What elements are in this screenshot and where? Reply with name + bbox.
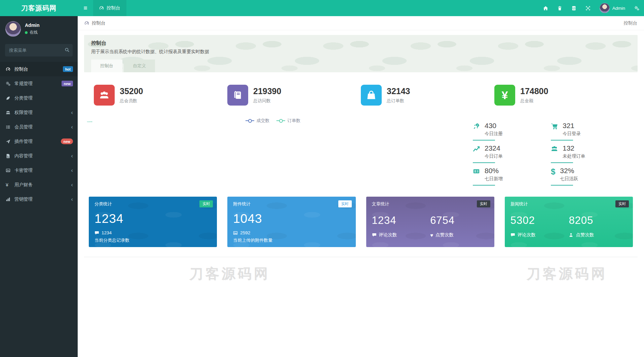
sidebar-item-插件管理[interactable]: 插件管理 new bbox=[0, 134, 78, 149]
rocket-icon bbox=[473, 123, 480, 130]
top-bar: 刀客源码网 ≡ 控制台 Admin bbox=[0, 0, 644, 16]
summary-card-分类统计: 分类统计 实时 1234 1234 当前分类总记录数 bbox=[89, 197, 217, 247]
mini-stat-七日新增: 80% 七日新增 bbox=[473, 167, 539, 186]
trash-icon[interactable] bbox=[557, 6, 562, 11]
person-icon bbox=[569, 233, 573, 237]
sidebar-item-控制台[interactable]: 控制台 hot bbox=[0, 62, 78, 76]
mini-stat-value: 132 bbox=[563, 144, 585, 152]
stat-总订单数: 32143 总订单数 bbox=[361, 85, 494, 106]
image-icon bbox=[233, 231, 238, 235]
file-image-icon bbox=[6, 154, 14, 158]
sidebar-item-权限管理[interactable]: 权限管理 ‹ bbox=[0, 105, 78, 120]
legend-item-订单数[interactable]: 订单数 bbox=[276, 118, 301, 124]
watermark-row: 刀客源码网 刀客源码网 bbox=[84, 265, 638, 283]
breadcrumb[interactable]: 控制台 bbox=[84, 20, 106, 26]
hero-tab-自定义[interactable]: 自定义 bbox=[124, 60, 155, 72]
settings-gears-icon[interactable] bbox=[634, 6, 639, 11]
sidebar-item-label: 分类管理 bbox=[14, 95, 73, 101]
card-pair: 5302 评论次数 bbox=[510, 214, 569, 238]
mini-stat-今日订单: 2324 今日订单 bbox=[473, 144, 539, 163]
gauge-icon bbox=[99, 6, 104, 10]
sidebar-user-name: Admin bbox=[25, 23, 40, 28]
menu-badge: hot bbox=[63, 66, 73, 72]
card-pair: 6754 ♥ 点赞次数 bbox=[430, 214, 489, 238]
yen-icon: ¥ bbox=[494, 85, 515, 106]
mini-stat-value: 321 bbox=[563, 122, 581, 130]
page-header-panel: 控制台 用于展示当前系统中的统计数据、统计报表及重要实时数据 控制台 自定义 bbox=[84, 35, 638, 72]
home-icon[interactable] bbox=[543, 6, 548, 11]
chevron-left-icon: ‹ bbox=[71, 153, 73, 159]
fullscreen-icon[interactable] bbox=[585, 6, 591, 11]
sidebar-menu: 控制台 hot 常规管理 new 分类管理 权限管理 ‹ 会员管理 ‹ 插件管理… bbox=[0, 62, 78, 206]
mini-stat-underline bbox=[551, 185, 573, 186]
avatar[interactable] bbox=[5, 21, 21, 37]
sidebar-item-营销管理[interactable]: 营销管理 ‹ bbox=[0, 192, 78, 206]
summary-card-新闻统计: 新闻统计 实时 5302 评论次数 8205 点赞次数 bbox=[505, 197, 633, 247]
summary-card-文章统计: 文章统计 实时 1234 评论次数 6754 ♥ 点赞次数 bbox=[366, 197, 494, 247]
sidebar-toggle-icon[interactable]: ≡ bbox=[78, 0, 93, 16]
dollar-icon: $ bbox=[551, 168, 555, 176]
hero-tabs: 控制台 自定义 bbox=[91, 60, 631, 72]
legend-marker-icon bbox=[276, 119, 285, 123]
sidebar: Admin 在线 控制台 hot 常规管理 new 分类管理 权限管理 ‹ bbox=[0, 16, 78, 357]
hero-tab-控制台[interactable]: 控制台 bbox=[91, 60, 122, 72]
mini-stat-underline bbox=[473, 185, 495, 186]
orders-area-chart: 成交数 订单数 03-292023-03-3111:52:2911:52:331… bbox=[87, 119, 459, 186]
cogs-icon bbox=[6, 81, 14, 86]
card-pair-value: 8205 bbox=[569, 214, 627, 227]
shopping-bag-icon bbox=[361, 85, 382, 106]
sidebar-item-常规管理[interactable]: 常规管理 new bbox=[0, 76, 78, 91]
stat-value: 219390 bbox=[253, 86, 281, 96]
search-icon[interactable] bbox=[65, 47, 70, 52]
comment-icon bbox=[372, 233, 377, 237]
sidebar-item-会员管理[interactable]: 会员管理 ‹ bbox=[0, 120, 78, 134]
card-pair-label: 评论次数 bbox=[379, 232, 397, 238]
breadcrumb-right: 控制台 bbox=[624, 20, 638, 26]
sidebar-item-内容管理[interactable]: 内容管理 ‹ bbox=[0, 149, 78, 163]
sidebar-item-label: 权限管理 bbox=[14, 110, 71, 116]
realtime-badge: 实时 bbox=[199, 200, 213, 207]
app-logo: 刀客源码网 bbox=[0, 0, 78, 16]
card-description: 当前分类总记录数 bbox=[94, 237, 211, 243]
mini-stat-label: 七日活跃 bbox=[560, 176, 578, 182]
user-menu[interactable]: Admin bbox=[600, 3, 625, 13]
mini-stat-七日活跃: $ 32% 七日活跃 bbox=[551, 167, 617, 186]
sidebar-item-分类管理[interactable]: 分类管理 bbox=[0, 91, 78, 105]
chevron-left-icon: ‹ bbox=[71, 196, 73, 202]
mini-stat-今日注册: 430 今日注册 bbox=[473, 122, 539, 141]
search-input[interactable] bbox=[5, 44, 73, 56]
users-group-icon bbox=[94, 85, 115, 106]
sidebar-item-卡密管理[interactable]: 卡密管理 ‹ bbox=[0, 163, 78, 177]
card-pair-value: 1234 bbox=[372, 214, 430, 227]
mini-stat-label: 今日订单 bbox=[485, 153, 503, 159]
mini-stat-value: 80% bbox=[485, 167, 503, 175]
chevron-left-icon: ‹ bbox=[71, 110, 73, 115]
newspaper-icon bbox=[473, 168, 480, 175]
clear-cache-icon[interactable] bbox=[571, 6, 576, 11]
mini-stat-value: 430 bbox=[485, 122, 503, 130]
comment-icon bbox=[94, 231, 99, 235]
mini-stat-label: 七日新增 bbox=[485, 176, 503, 182]
sidebar-item-label: 用户财务 bbox=[14, 182, 71, 188]
mini-stat-value: 2324 bbox=[485, 144, 503, 152]
leaf-icon bbox=[6, 96, 14, 101]
card-big-value: 1234 bbox=[94, 212, 211, 226]
image-icon bbox=[6, 168, 14, 173]
sidebar-item-用户财务[interactable]: ¥ 用户财务 ‹ bbox=[0, 177, 78, 192]
users-group-icon bbox=[6, 110, 14, 115]
chart-bars-icon bbox=[6, 197, 14, 202]
sidebar-item-label: 卡密管理 bbox=[14, 167, 71, 173]
topnav-tab-dashboard[interactable]: 控制台 bbox=[93, 0, 126, 16]
sidebar-item-label: 控制台 bbox=[14, 66, 63, 72]
legend-item-成交数[interactable]: 成交数 bbox=[245, 118, 270, 124]
realtime-badge: 实时 bbox=[477, 200, 490, 207]
mini-stat-underline bbox=[473, 162, 495, 163]
stats-section: 35200 总会员数 219390 总访问数 32143 总订单数 ¥ 1748… bbox=[84, 72, 638, 283]
page-title: 控制台 bbox=[91, 40, 631, 46]
card-description: 当前上传的附件数量 bbox=[233, 237, 350, 243]
menu-badge: new bbox=[62, 81, 73, 86]
card-title: 新闻统计 bbox=[510, 201, 627, 207]
card-pair-value: 6754 bbox=[430, 214, 489, 227]
sidebar-user-panel: Admin 在线 bbox=[0, 16, 78, 41]
mini-stat-label: 今日注册 bbox=[485, 131, 503, 137]
